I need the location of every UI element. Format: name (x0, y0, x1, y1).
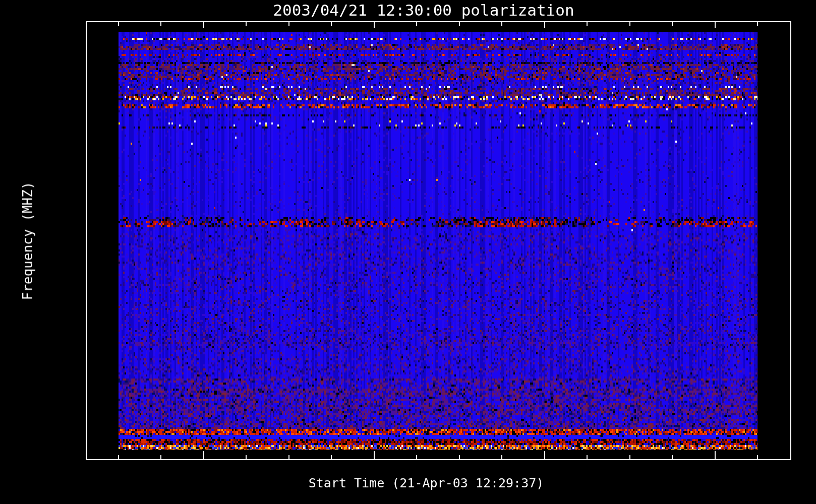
spectrogram-canvas (0, 0, 816, 504)
x-axis-label: Start Time (21-Apr-03 12:29:37) (18, 476, 816, 490)
spectrogram-page: { "chart_data": { "type": "heatmap", "ti… (0, 0, 816, 504)
chart-title: 2003/04/21 12:30:00 polarization (16, 1, 816, 19)
y-axis-label: Frequency (MHZ) (20, 182, 35, 300)
